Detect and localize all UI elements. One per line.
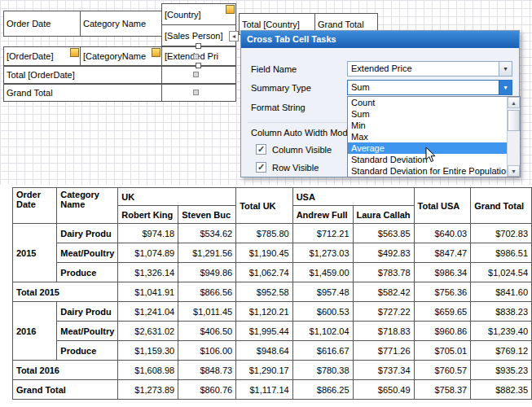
- data-cell: $948.64: [236, 341, 292, 361]
- data-cell: $785.80: [236, 224, 292, 243]
- smart-tag-arrow-button[interactable]: ◂: [229, 31, 239, 42]
- data-cell: $659.65: [414, 302, 471, 322]
- preview-table: Order DateCategory NameUKTotal UKUSATota…: [12, 187, 532, 400]
- field-name-dropdown-button[interactable]: ▼: [499, 62, 512, 76]
- cell-total-country-label: Total [Country]: [242, 20, 300, 29]
- cell-total-data[interactable]: [161, 66, 236, 84]
- grand-total-cell: $1,117.14: [236, 380, 292, 400]
- data-cell: $960.86: [414, 322, 471, 341]
- data-cell: $783.78: [353, 263, 414, 282]
- cell-category-name[interactable]: Category Name: [80, 11, 162, 37]
- grand-total-cell: $860.76: [178, 380, 236, 400]
- col-header-total-uk: Total UK: [236, 188, 292, 224]
- cell-category-name-label: Category Name: [83, 19, 146, 28]
- cell-drag-handle[interactable]: [193, 90, 199, 95]
- data-cell: $1,326.14: [118, 263, 178, 282]
- summary-type-dropdown-list: CountSumMinMaxAverageStandard DeviationS…: [347, 96, 521, 177]
- cell-total-orderdate[interactable]: Total [OrderDate]: [3, 66, 162, 84]
- cell-grand-total-row[interactable]: Grand Total: [3, 84, 162, 102]
- table-row: Produce$1,159.30$106.00$948.64$616.67$77…: [13, 341, 532, 361]
- data-cell: $640.03: [414, 224, 471, 243]
- cell-order-date-label: Order Date: [7, 19, 51, 28]
- row-visible-checkbox[interactable]: ✓ Row Visible: [256, 162, 319, 173]
- smart-tag-icon[interactable]: [70, 48, 79, 57]
- scroll-up-button[interactable]: ▲: [508, 97, 520, 108]
- total-cell: $848.73: [178, 361, 236, 380]
- chevron-down-icon: ▼: [503, 85, 508, 90]
- table-row: 2016Dairy Produ$1,241.04$1,011.45$1,120.…: [13, 302, 532, 322]
- summary-type-dropdown-button[interactable]: ▼: [499, 81, 512, 94]
- row-total-header: Total 2015: [13, 282, 118, 302]
- dropdown-item[interactable]: Count: [348, 97, 507, 108]
- cell-grand-total-row-label: Grand Total: [7, 88, 53, 98]
- row-category-header: Produce: [57, 341, 118, 361]
- data-cell: $106.00: [178, 341, 236, 361]
- selection-handle-top[interactable]: [196, 43, 201, 49]
- smart-tag-icon[interactable]: [152, 48, 160, 57]
- dropdown-scrollbar[interactable]: ▲ ▼: [507, 97, 520, 177]
- total-cell: $780.38: [292, 361, 353, 380]
- cell-order-date[interactable]: Order Date: [3, 11, 81, 37]
- cell-country[interactable]: [Country]: [161, 3, 236, 25]
- data-cell: $1,239.40: [471, 322, 532, 341]
- data-cell: $705.01: [414, 341, 471, 361]
- grand-total-cell: $650.49: [353, 380, 414, 400]
- scroll-down-button[interactable]: ▼: [508, 165, 520, 177]
- row-category-header: Produce: [57, 263, 118, 282]
- data-cell: $718.83: [353, 322, 414, 341]
- dropdown-item[interactable]: Sum: [348, 108, 507, 120]
- arrow-up-icon: ▲: [511, 100, 517, 106]
- data-cell: $838.23: [471, 302, 532, 322]
- column-visible-checkbox[interactable]: ✓ Column Visible: [256, 144, 332, 155]
- smart-tag-icon[interactable]: [226, 5, 235, 14]
- total-cell: $1,608.98: [118, 361, 178, 380]
- cell-categoryname-field-label: [CategoryName: [83, 51, 146, 61]
- popup-title-bar[interactable]: Cross Tab Cell Tasks: [241, 31, 519, 48]
- col-header-total-usa: Total USA: [414, 188, 471, 224]
- data-cell: $492.83: [353, 243, 414, 263]
- data-cell: $1,074.89: [118, 243, 178, 263]
- table-row: 2015Dairy Produ$974.18$534.62$785.80$712…: [13, 224, 532, 243]
- data-cell: $1,024.54: [471, 263, 532, 282]
- cell-grand-total-data[interactable]: [161, 84, 236, 102]
- dropdown-item[interactable]: Standard Deviation for Entire Population: [348, 165, 507, 177]
- data-cell: $1,995.44: [236, 322, 292, 341]
- cell-drag-handle[interactable]: [193, 72, 199, 77]
- total-cell: $737.34: [353, 361, 414, 380]
- dropdown-item[interactable]: Max: [348, 131, 507, 142]
- grand-total-cell: $1,273.89: [118, 380, 178, 400]
- table-row: Produce$1,326.14$949.86$1,062.74$1,459.0…: [13, 263, 532, 282]
- cell-sales-person-label: [Sales Person]: [165, 31, 223, 41]
- selection-handle-bottom[interactable]: [196, 63, 201, 68]
- table-grand-total-row: Grand Total$1,273.89$860.76$1,117.14$866…: [13, 380, 532, 400]
- table-total-row: Total 2016$1,608.98$848.73$1,290.17$780.…: [13, 361, 532, 380]
- cell-orderdate-field[interactable]: [OrderDate]: [3, 46, 81, 66]
- scrollbar-track[interactable]: [508, 108, 520, 165]
- summary-type-combo[interactable]: Sum ▼: [347, 80, 512, 95]
- data-cell: $769.12: [471, 341, 532, 361]
- smart-tag-arrow-icon: ◂: [232, 33, 235, 40]
- dropdown-item[interactable]: Min: [348, 120, 507, 131]
- checkbox-checked-icon[interactable]: ✓: [256, 162, 266, 173]
- data-cell: $974.18: [118, 224, 178, 243]
- col-header-salesperson: Laura Callah: [353, 206, 414, 224]
- table-row: Meat/Poultry$1,074.89$1,291.56$1,190.45$…: [13, 243, 532, 263]
- scrollbar-thumb[interactable]: [508, 110, 520, 131]
- row-visible-label: Row Visible: [272, 163, 319, 173]
- data-cell: $1,273.03: [292, 243, 353, 263]
- cell-drag-handle[interactable]: [193, 54, 199, 59]
- field-name-combo[interactable]: Extended Price ▼: [347, 61, 512, 77]
- total-cell: $957.48: [292, 282, 353, 302]
- row-category-header: Meat/Poultry: [57, 322, 118, 341]
- summary-type-label: Summary Type: [251, 83, 311, 93]
- cell-total-orderdate-label: Total [OrderDate]: [7, 70, 75, 80]
- total-cell: $582.42: [353, 282, 414, 302]
- total-cell: $866.56: [178, 282, 236, 302]
- row-group-header: 2015: [13, 224, 57, 282]
- data-cell: $616.67: [292, 341, 353, 361]
- data-cell: $702.83: [471, 224, 532, 243]
- cell-categoryname-field[interactable]: [CategoryName: [80, 46, 162, 66]
- data-cell: $534.62: [178, 224, 236, 243]
- grand-total-header: Grand Total: [13, 380, 118, 400]
- checkbox-checked-icon[interactable]: ✓: [256, 144, 266, 155]
